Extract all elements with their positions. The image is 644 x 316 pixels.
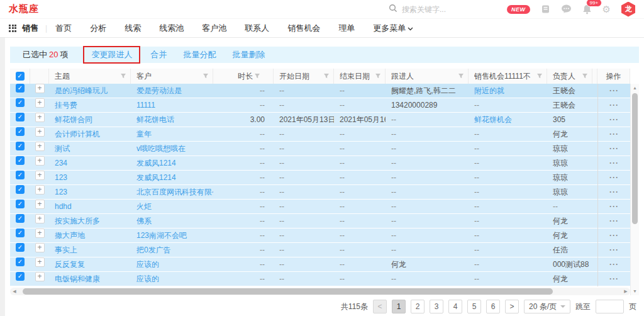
filter-icon[interactable]: [535, 73, 547, 79]
prev-page-button[interactable]: <: [373, 300, 387, 313]
row-checkbox[interactable]: ✓: [16, 171, 25, 179]
filter-icon[interactable]: [322, 73, 333, 79]
expand-button[interactable]: +: [35, 214, 45, 223]
customer-link[interactable]: 爱是劳动法是: [131, 84, 213, 98]
expand-button[interactable]: +: [35, 229, 45, 238]
module-label[interactable]: 销售: [22, 23, 38, 34]
subject-link[interactable]: 是的冯绍峰玩儿: [49, 84, 131, 98]
page-button[interactable]: 3: [430, 300, 443, 313]
filter-icon[interactable]: [119, 73, 130, 79]
customer-link[interactable]: 应该的: [131, 272, 213, 286]
vertical-scrollbar[interactable]: ▲ ▼: [630, 84, 639, 295]
bell-icon[interactable]: 99+: [582, 4, 592, 14]
row-checkbox[interactable]: ✓: [16, 142, 25, 150]
subject-link[interactable]: 撒大声地: [49, 229, 131, 243]
chat-icon[interactable]: [561, 4, 572, 14]
nav-item[interactable]: 线索: [125, 23, 141, 34]
customer-link[interactable]: 火炬: [131, 200, 213, 214]
expand-button[interactable]: +: [35, 185, 45, 195]
subject-link[interactable]: 123: [49, 171, 131, 185]
row-checkbox[interactable]: ✓: [16, 84, 25, 93]
expand-button[interactable]: +: [35, 272, 45, 281]
customer-link[interactable]: 鲜花饼电话: [131, 113, 213, 127]
row-checkbox[interactable]: ✓: [16, 272, 25, 281]
subject-link[interactable]: 挂号费: [49, 98, 131, 113]
next-page-button[interactable]: >: [505, 300, 519, 313]
action-button[interactable]: 变更跟进人: [91, 49, 132, 60]
row-checkbox[interactable]: ✓: [16, 200, 25, 208]
opportunity-cell[interactable]: 鲜花饼机会: [469, 113, 547, 127]
row-actions-button[interactable]: ···: [609, 231, 619, 240]
docs-icon[interactable]: [541, 4, 550, 14]
customer-link[interactable]: 123南湖不会吧: [131, 229, 213, 243]
row-checkbox[interactable]: ✓: [16, 229, 25, 237]
row-checkbox[interactable]: ✓: [16, 185, 25, 194]
expand-button[interactable]: +: [35, 200, 45, 209]
row-checkbox[interactable]: ✓: [16, 243, 25, 252]
row-actions-button[interactable]: ···: [609, 173, 619, 182]
subject-link[interactable]: 事实上: [49, 243, 131, 257]
customer-link[interactable]: 发威风1214: [131, 156, 213, 171]
row-actions-button[interactable]: ···: [609, 130, 619, 138]
action-button[interactable]: 合并: [150, 49, 167, 60]
filter-icon[interactable]: [580, 73, 592, 79]
subject-link[interactable]: 会计师计算机: [49, 127, 131, 142]
more-menu[interactable]: 更多菜单: [373, 23, 413, 34]
nav-item[interactable]: 客户池: [202, 23, 226, 34]
action-button[interactable]: 批量分配: [183, 49, 216, 60]
action-button[interactable]: 批量删除: [232, 49, 265, 60]
page-button[interactable]: 5: [467, 300, 481, 313]
customer-link[interactable]: 北京百度网讯科技有限公司: [131, 185, 213, 200]
row-actions-button[interactable]: ···: [609, 86, 619, 95]
nav-item[interactable]: 线索池: [159, 23, 184, 34]
horizontal-scrollbar[interactable]: ◀ ▶: [10, 288, 630, 295]
customer-link[interactable]: 应该的: [131, 257, 213, 272]
customer-link[interactable]: 佛系: [131, 214, 213, 229]
subject-link[interactable]: 电饭锅和健康: [49, 272, 131, 286]
customer-link[interactable]: v哦吃哦想哦在: [131, 142, 213, 156]
select-all-checkbox[interactable]: ✓: [16, 72, 25, 81]
expand-button[interactable]: +: [35, 257, 45, 267]
row-actions-button[interactable]: ···: [609, 188, 619, 196]
row-checkbox[interactable]: ✓: [16, 98, 25, 107]
nav-item[interactable]: 销售机会: [287, 23, 320, 34]
expand-button[interactable]: +: [35, 113, 45, 122]
nav-item[interactable]: 联系人: [245, 23, 269, 34]
filter-icon[interactable]: [201, 73, 213, 79]
filter-icon[interactable]: [374, 73, 385, 79]
scroll-up-arrow[interactable]: ▲: [631, 84, 639, 92]
nav-item[interactable]: 分析: [90, 23, 106, 34]
row-actions-button[interactable]: ···: [609, 159, 619, 167]
customer-link[interactable]: 童年: [131, 127, 213, 142]
subject-link[interactable]: 鲜花饼合同: [49, 113, 131, 127]
row-checkbox[interactable]: ✓: [16, 156, 25, 165]
filter-icon[interactable]: [457, 73, 468, 79]
scroll-right-arrow[interactable]: ▶: [621, 289, 630, 294]
jump-page-input[interactable]: [596, 300, 624, 313]
avatar[interactable]: 龙: [621, 2, 635, 17]
horizontal-scroll-thumb[interactable]: [23, 288, 553, 295]
page-size-select[interactable]: 20 条/页: [524, 300, 570, 313]
subject-link[interactable]: hdhd: [49, 200, 131, 214]
filter-icon[interactable]: [253, 73, 264, 79]
page-button[interactable]: 4: [448, 300, 462, 313]
row-actions-button[interactable]: ···: [609, 245, 619, 254]
expand-button[interactable]: +: [35, 156, 45, 166]
subject-link[interactable]: 按实施大所多: [49, 214, 131, 229]
row-checkbox[interactable]: ✓: [16, 127, 25, 136]
nav-item[interactable]: 理单: [338, 23, 355, 34]
search-input[interactable]: [402, 5, 496, 14]
subject-link[interactable]: 234: [49, 156, 131, 171]
row-actions-button[interactable]: ···: [609, 101, 619, 110]
expand-button[interactable]: +: [35, 127, 45, 137]
expand-button[interactable]: +: [35, 243, 45, 252]
expand-button[interactable]: +: [35, 142, 45, 151]
global-search[interactable]: [389, 0, 496, 19]
scroll-left-arrow[interactable]: ◀: [10, 289, 19, 294]
opportunity-cell[interactable]: 附近的就: [469, 84, 547, 98]
expand-button[interactable]: +: [35, 171, 45, 180]
customer-link[interactable]: 11111: [131, 98, 213, 113]
row-actions-button[interactable]: ···: [609, 274, 619, 283]
customer-link[interactable]: 把0发广告: [131, 243, 213, 257]
expand-button[interactable]: +: [35, 98, 45, 108]
